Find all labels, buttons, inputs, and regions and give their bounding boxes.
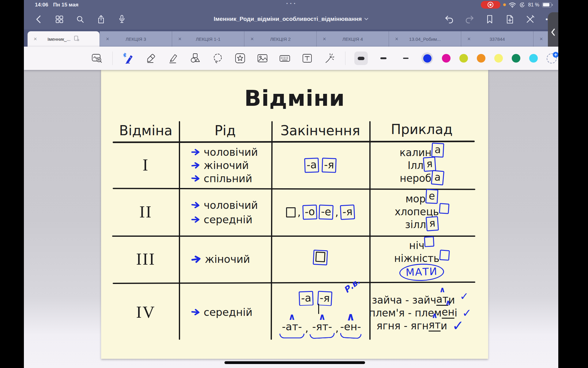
close-icon[interactable]: ×	[395, 36, 398, 42]
add-page-button[interactable]	[505, 14, 515, 24]
screen-recording-button[interactable]	[481, 1, 500, 9]
close-icon[interactable]: ×	[178, 36, 182, 42]
tab-imennyk[interactable]: × Іменник_...	[28, 31, 100, 47]
home-indicator[interactable]	[224, 361, 365, 364]
microphone-button[interactable]	[117, 14, 127, 24]
close-icon[interactable]: ×	[34, 36, 37, 42]
boxed-ending: -я	[340, 205, 355, 220]
caret-icon: ∧	[439, 286, 445, 294]
boxed-letter: е	[425, 189, 438, 204]
stroke-thickness-thick[interactable]	[354, 52, 368, 65]
redo-button[interactable]	[465, 14, 474, 24]
lasso-tool[interactable]	[211, 52, 224, 65]
row3-zero-ending	[313, 250, 328, 265]
row1-examples: калина Ілля нероба	[400, 146, 444, 185]
circled-word: МАТИ	[399, 263, 444, 282]
tab-13-04-robym[interactable]: × 13.04_Робим...	[389, 31, 461, 47]
tab-lekcija-3[interactable]: × ЛЕКЦІЯ 3	[100, 31, 172, 47]
tab-lekcija-4[interactable]: × ЛЕКЦІЯ 4	[316, 31, 389, 47]
zero-ending-box	[286, 207, 296, 217]
bluetooth-pen-tool[interactable]	[122, 52, 135, 65]
thumbnails-grid-button[interactable]	[55, 14, 64, 24]
check-icon: ✓	[460, 290, 469, 302]
col-header-zakinchennia: Закінчення	[281, 123, 360, 138]
add-color-button[interactable]	[547, 53, 557, 63]
text-tool[interactable]	[300, 52, 314, 65]
boxed-letter: я	[426, 216, 439, 231]
stroke-thickness-thin[interactable]	[399, 52, 413, 65]
boxed-ending: -о	[302, 205, 317, 220]
color-swatch-magenta[interactable]	[442, 54, 450, 63]
arc-underline	[340, 333, 361, 339]
toolbar-divider	[112, 52, 113, 65]
boxed-zero-ending	[439, 250, 450, 261]
row2-examples: море хлопець зілля	[395, 192, 449, 231]
elements-tool[interactable]	[233, 52, 247, 65]
arrow-icon	[191, 149, 201, 155]
row4-numeral: IV	[136, 303, 156, 322]
undo-button[interactable]	[444, 14, 454, 24]
boxed-ending: -а	[304, 158, 319, 173]
color-swatch-lime[interactable]	[459, 54, 468, 63]
boxed-zero-ending	[424, 236, 435, 247]
search-button[interactable]	[75, 14, 85, 24]
note-page[interactable]: Відміни Відміна Рід Закінчення Приклад I…	[101, 70, 488, 359]
boxed-ending: -а	[299, 291, 314, 306]
chevron-left-icon	[551, 29, 555, 36]
row1-genders: чоловічий жіночий спільний	[191, 145, 258, 185]
case-note: Р.в.	[342, 277, 362, 295]
document-title[interactable]: Іменник_Роди_відміни_особливості_відміню…	[214, 16, 369, 22]
sidebar-pull-handle[interactable]	[548, 12, 558, 52]
row3-genders: жіночий	[191, 252, 250, 266]
suffix-group: ∧ -ен-	[340, 314, 361, 339]
tab-lekcija-1-1[interactable]: × ЛЕКЦІЯ 1-1	[172, 31, 244, 47]
arc-underline	[310, 333, 335, 339]
mic-in-use-indicator	[503, 3, 506, 6]
stroke-thickness-medium[interactable]	[377, 52, 390, 65]
color-swatch-cyan[interactable]	[529, 54, 538, 63]
boxed-letter: а	[431, 143, 444, 158]
row4-endings: -а -я	[299, 291, 332, 305]
laser-pointer-tool[interactable]	[323, 52, 336, 65]
date: Пн 15 мая	[53, 2, 78, 8]
close-icon[interactable]: ×	[540, 36, 543, 42]
color-swatch-green[interactable]	[512, 54, 520, 63]
row4-genders: середній	[191, 305, 252, 319]
zoom-window-tool[interactable]	[90, 52, 104, 65]
back-button[interactable]	[34, 14, 43, 24]
column-line-1	[179, 121, 180, 340]
close-icon[interactable]: ×	[467, 36, 471, 42]
tab-337844[interactable]: × 337844	[461, 31, 533, 47]
highlighter-tool[interactable]	[166, 52, 180, 65]
color-swatch-orange[interactable]	[477, 54, 485, 63]
color-swatch-yellow[interactable]	[494, 54, 503, 63]
close-icon[interactable]: ×	[323, 36, 326, 42]
row-separator-3	[113, 282, 475, 284]
row4-examples: зайча - зайч∧ати ✓ плем'я - плем∧ені ✓ я…	[369, 293, 472, 332]
status-bar: 14:06 Пн 15 мая • • • 81 %	[24, 0, 558, 10]
image-tool[interactable]	[256, 52, 269, 65]
close-icon[interactable]: ×	[251, 36, 254, 42]
caret-icon: ∧	[288, 314, 296, 320]
row2-endings: , -о -е, -я	[286, 205, 355, 220]
bookmark-button[interactable]	[485, 14, 495, 24]
rotation-lock-icon	[519, 2, 526, 8]
share-button[interactable]	[96, 14, 106, 24]
note-canvas[interactable]: Відміни Відміна Рід Закінчення Приклад I…	[24, 70, 558, 368]
disable-drawing-button[interactable]	[525, 14, 535, 24]
row3-examples: ніч ніжність МАТИ	[394, 239, 449, 280]
row-separator-1	[113, 188, 475, 190]
caret-icon: ∧	[318, 314, 326, 320]
toolbar-divider	[345, 52, 345, 65]
more-menu-button[interactable]: •	[545, 18, 548, 21]
tab-lekcija-2[interactable]: × ЛЕКЦІЯ 2	[244, 31, 316, 47]
wifi-icon	[509, 2, 516, 8]
color-swatch-blue-selected[interactable]	[421, 52, 433, 64]
arrow-icon	[191, 255, 202, 263]
eraser-tool[interactable]	[144, 52, 157, 65]
shapes-tool[interactable]	[189, 52, 202, 65]
keyboard-tool[interactable]	[278, 52, 292, 65]
boxed-ending: -я	[322, 158, 336, 173]
close-icon[interactable]: ×	[106, 36, 109, 42]
column-line-2	[271, 121, 273, 340]
